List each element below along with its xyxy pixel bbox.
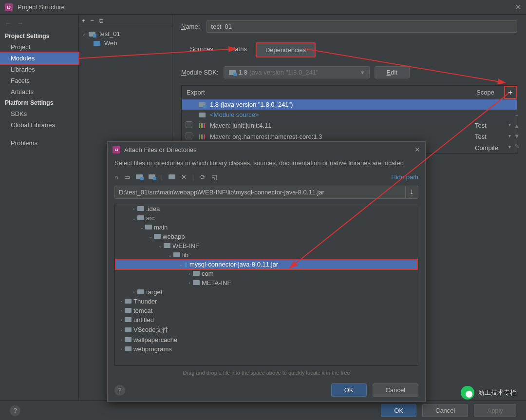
col-scope: Scope <box>472 86 504 99</box>
tab-paths[interactable]: Paths <box>222 42 256 57</box>
tree-item-folder[interactable]: ›VScode文件 <box>115 325 418 335</box>
hide-path-link[interactable]: Hide path <box>391 173 418 181</box>
dep-row-src[interactable]: <Module source> <box>182 110 517 120</box>
dialog-logo: IJ <box>113 146 120 153</box>
module-icon[interactable] <box>149 173 155 181</box>
module-root-label: test_01 <box>99 30 120 38</box>
window-title: Project Structure <box>18 3 65 11</box>
nav-project[interactable]: Project <box>0 41 78 53</box>
module-name-input[interactable] <box>207 20 517 33</box>
tree-item-jar[interactable]: ⌄▮mysql-connector-java-8.0.11.jar <box>115 259 418 270</box>
nav-forward-icon[interactable]: → <box>17 19 23 27</box>
tree-item-folder[interactable]: ⌄webapp <box>115 232 418 241</box>
move-down-icon[interactable]: ▼ <box>514 133 520 140</box>
new-folder-icon[interactable] <box>169 173 175 181</box>
dep-row-junit[interactable]: Maven: junit:junit:4.11 Test <box>182 120 517 131</box>
left-panel: ← → Project Settings Project Modules Lib… <box>0 15 79 401</box>
tabs: Sources Paths Dependencies <box>181 42 517 57</box>
titlebar: IJ Project Structure ✕ <box>0 0 526 15</box>
module-web-label: Web <box>104 39 117 47</box>
main-apply-button[interactable]: Apply <box>474 404 516 417</box>
delete-icon[interactable]: ✕ <box>181 173 187 181</box>
nav-back-icon[interactable]: ← <box>5 19 11 27</box>
tree-item-folder[interactable]: ⌄src <box>115 213 418 223</box>
refresh-icon[interactable]: ⟳ <box>200 173 206 181</box>
remove-dep-icon[interactable]: − <box>515 112 519 119</box>
sdk-folder-icon <box>197 102 207 107</box>
tree-item-folder[interactable]: ›untitled <box>115 315 418 325</box>
dialog-ok-button[interactable]: OK <box>331 383 367 397</box>
sdk-select[interactable]: 1.8 java version "1.8.0_241" ▾ <box>224 66 370 78</box>
nav-sdks[interactable]: SDKs <box>0 108 78 119</box>
tree-item-folder[interactable]: ›target <box>115 287 418 297</box>
nav-global-libs[interactable]: Global Libraries <box>0 119 78 131</box>
nav-artifacts[interactable]: Artifacts <box>0 86 78 97</box>
scope-select[interactable]: Compile <box>475 144 513 152</box>
dep-row-sdk[interactable]: 1.8 (java version "1.8.0_241") <box>182 99 517 110</box>
scope-select[interactable]: Test <box>475 133 513 140</box>
dep-text: Maven: org.hamcrest:hamcrest-core:1.3 <box>207 133 475 140</box>
nav-modules[interactable]: Modules <box>0 52 79 65</box>
module-web[interactable]: Web <box>79 38 172 48</box>
dep-row-hamcrest[interactable]: Maven: org.hamcrest:hamcrest-core:1.3 Te… <box>182 131 517 142</box>
dialog-cancel-button[interactable]: Cancel <box>373 383 418 397</box>
show-hidden-icon[interactable]: ◱ <box>211 173 217 181</box>
scope-select[interactable]: Test <box>475 122 513 129</box>
export-checkbox[interactable] <box>186 121 192 128</box>
dep-text: Maven: junit:junit:4.11 <box>207 122 475 129</box>
path-input[interactable] <box>114 186 406 199</box>
tree-item-folder[interactable]: ›tomcat <box>115 306 418 315</box>
tree-item-folder[interactable]: ›Thunder <box>115 297 418 306</box>
tree-item-folder[interactable]: ›wallpapercache <box>115 335 418 344</box>
app-logo: IJ <box>5 3 13 11</box>
edit-sdk-button[interactable]: Edit <box>375 66 410 78</box>
file-tree[interactable]: ›.idea⌄src⌄main⌄webapp⌄WEB-INF⌄lib⌄▮mysq… <box>114 204 418 366</box>
nav-heading-project: Project Settings <box>0 31 78 41</box>
add-dependency-button[interactable]: + <box>504 86 517 99</box>
tab-dependencies[interactable]: Dependencies <box>256 42 316 57</box>
export-checkbox[interactable] <box>186 133 192 139</box>
move-up-icon[interactable]: ▲ <box>514 122 520 130</box>
project-icon[interactable] <box>136 173 143 181</box>
dialog-help-button[interactable]: ? <box>114 385 125 396</box>
close-icon[interactable]: ✕ <box>515 2 521 12</box>
name-label: Name: <box>181 23 200 30</box>
file-tree-hint: Drag and drop a file into the space abov… <box>108 368 425 379</box>
watermark: 新工技术专栏 <box>461 386 516 400</box>
lib-icon <box>197 134 207 139</box>
main-ok-button[interactable]: OK <box>381 404 416 417</box>
home-icon[interactable]: ⌂ <box>114 173 118 181</box>
remove-module-icon[interactable]: − <box>91 17 94 24</box>
tree-item-folder[interactable]: ›META-INF <box>115 278 418 287</box>
nav-facets[interactable]: Facets <box>0 75 78 86</box>
tree-item-folder[interactable]: ⌄WEB-INF <box>115 241 418 250</box>
tree-item-folder[interactable]: ⌄main <box>115 223 418 232</box>
path-history-icon[interactable]: ⭳ <box>406 186 418 199</box>
nav-libraries[interactable]: Libraries <box>0 64 78 75</box>
dialog-close-icon[interactable]: ✕ <box>414 146 420 153</box>
tree-item-folder[interactable]: ›webprograms <box>115 344 418 354</box>
nav-problems[interactable]: Problems <box>0 137 78 149</box>
dialog-subtitle: Select files or directories in which lib… <box>108 157 425 172</box>
dep-text: <Module source> <box>207 111 513 118</box>
edit-dep-icon[interactable]: ✎ <box>514 143 520 150</box>
dialog-title: Attach Files or Directories <box>124 146 197 153</box>
main-cancel-button[interactable]: Cancel <box>422 404 468 417</box>
copy-module-icon[interactable]: ⧉ <box>99 17 103 25</box>
dep-text: 1.8 (java version "1.8.0_241") <box>207 101 513 108</box>
sdk-value: 1.8 <box>239 69 247 76</box>
tab-sources[interactable]: Sources <box>181 42 222 57</box>
nav-heading-platform: Platform Settings <box>0 97 78 108</box>
tree-item-folder[interactable]: ›.idea <box>115 204 418 213</box>
chevron-down-icon: ▾ <box>361 69 364 76</box>
help-button[interactable]: ? <box>10 405 20 416</box>
watermark-text: 新工技术专栏 <box>478 388 516 397</box>
desktop-icon[interactable]: ▭ <box>124 173 130 181</box>
main-button-bar: ? OK Cancel Apply <box>0 401 526 420</box>
src-folder-icon <box>197 113 207 117</box>
tree-item-folder[interactable]: ›com <box>115 269 418 278</box>
dep-side-actions: − ▲ ▼ ✎ <box>511 112 522 150</box>
module-root[interactable]: ⌄ test_01 <box>79 29 172 38</box>
add-module-icon[interactable]: + <box>82 17 86 24</box>
wechat-icon <box>461 386 474 400</box>
